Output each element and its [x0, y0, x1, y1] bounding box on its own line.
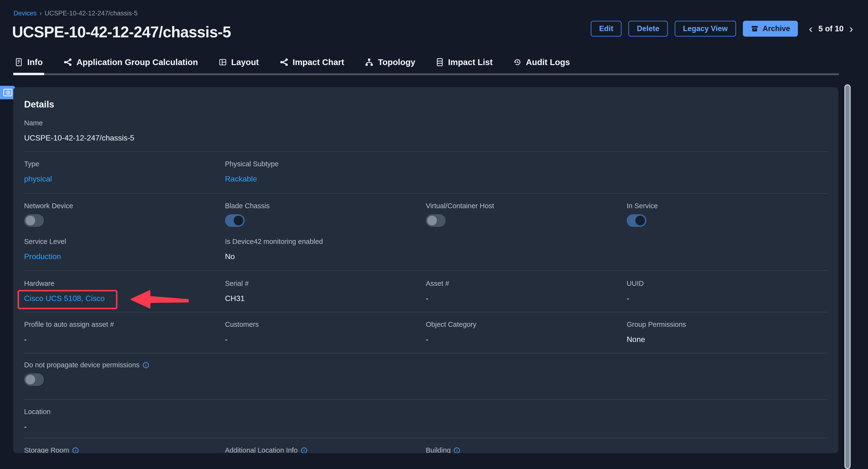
building-label-text: Building — [426, 446, 451, 453]
info-icon[interactable] — [301, 447, 307, 454]
field-building: Building — [426, 446, 627, 453]
document-icon — [15, 58, 23, 66]
divider — [24, 353, 828, 353]
share-icon — [280, 58, 288, 66]
field-name: Name UCSPE-10-42-12-247/chassis-5 — [24, 119, 828, 143]
pager: ‹ 5 of 10 › — [808, 23, 854, 34]
breadcrumb-devices-link[interactable]: Devices — [13, 10, 37, 17]
service-level-label: Service Level — [24, 238, 66, 246]
field-object-category: Object Category - — [426, 320, 627, 344]
field-profile: Profile to auto assign asset # - — [24, 320, 225, 344]
row-service-level: Service Level Production Is Device42 mon… — [24, 238, 828, 261]
serial-label: Serial # — [225, 280, 249, 287]
network-device-label: Network Device — [24, 202, 73, 210]
row-location-details: Storage Room Additional Location Info Bu… — [24, 446, 828, 453]
tab-topology[interactable]: Topology — [363, 57, 416, 73]
list-icon — [3, 89, 12, 97]
profile-value: - — [24, 335, 27, 344]
details-card: Details Name UCSPE-10-42-12-247/chassis-… — [13, 87, 838, 453]
breadcrumb: Devices › UCSPE-10-42-12-247/chassis-5 — [13, 10, 138, 17]
monitoring-value: No — [225, 252, 235, 261]
blade-chassis-label: Blade Chassis — [225, 202, 270, 210]
field-service-level: Service Level Production — [24, 238, 225, 261]
field-group-permissions: Group Permissions None — [627, 320, 828, 344]
field-propagate: Do not propagate device permissions — [24, 361, 426, 386]
archive-icon — [751, 25, 759, 33]
asset-value: - — [426, 294, 429, 303]
info-icon[interactable] — [72, 447, 79, 454]
customers-value: - — [225, 335, 227, 344]
field-monitoring: Is Device42 monitoring enabled No — [225, 238, 426, 261]
delete-button[interactable]: Delete — [628, 21, 668, 37]
prev-page-chevron[interactable]: ‹ — [808, 23, 813, 34]
physical-subtype-label: Physical Subtype — [225, 160, 278, 168]
storage-room-label-text: Storage Room — [24, 446, 69, 453]
tab-topology-label: Topology — [378, 57, 415, 67]
rows-icon — [436, 58, 444, 66]
row-toggles: Network Device Blade Chassis Virtual/Con… — [24, 202, 828, 227]
info-icon[interactable] — [143, 362, 149, 369]
virtual-container-host-toggle[interactable] — [426, 214, 445, 227]
row-name: Name UCSPE-10-42-12-247/chassis-5 — [24, 119, 828, 143]
share-icon — [63, 58, 72, 66]
type-value-link[interactable]: physical — [24, 175, 52, 183]
tab-audit-logs[interactable]: Audit Logs — [512, 57, 571, 73]
field-physical-subtype: Physical Subtype Rackable — [225, 160, 426, 183]
archive-button[interactable]: Archive — [743, 21, 798, 37]
field-storage-room: Storage Room — [24, 446, 225, 453]
asset-label: Asset # — [426, 280, 449, 287]
field-customers: Customers - — [225, 320, 426, 344]
row-type: Type physical Physical Subtype Rackable — [24, 160, 828, 183]
name-value: UCSPE-10-42-12-247/chassis-5 — [24, 133, 134, 143]
info-icon[interactable] — [454, 447, 460, 454]
hardware-value-link[interactable]: Cisco UCS 5108, Cisco — [24, 294, 105, 303]
details-heading: Details — [24, 99, 54, 110]
page-title: UCSPE-10-42-12-247/chassis-5 — [12, 23, 231, 41]
tab-impact-list-label: Impact List — [448, 57, 493, 67]
virtual-container-host-label: Virtual/Container Host — [426, 202, 494, 210]
vertical-scrollbar[interactable] — [844, 84, 850, 469]
field-type: Type physical — [24, 160, 225, 183]
legacy-view-button[interactable]: Legacy View — [675, 21, 736, 37]
tab-info[interactable]: Info — [13, 57, 44, 73]
object-category-label: Object Category — [426, 320, 476, 329]
tab-audit-logs-label: Audit Logs — [526, 57, 570, 67]
next-page-chevron[interactable]: › — [848, 23, 854, 34]
row-location: Location - — [24, 408, 828, 431]
in-service-toggle[interactable] — [627, 214, 646, 227]
tab-impact-chart[interactable]: Impact Chart — [278, 57, 346, 73]
service-level-value-link[interactable]: Production — [24, 252, 61, 261]
storage-room-label: Storage Room — [24, 446, 79, 453]
tab-info-label: Info — [27, 57, 43, 67]
row-profile: Profile to auto assign asset # - Custome… — [24, 320, 828, 344]
field-virtual-container-host: Virtual/Container Host — [426, 202, 627, 227]
field-asset: Asset # - — [426, 280, 627, 303]
tab-layout-label: Layout — [231, 57, 259, 67]
toolbar: Edit Delete Legacy View Archive ‹ 5 of 1… — [591, 21, 854, 37]
tab-layout[interactable]: Layout — [217, 57, 260, 73]
uuid-label: UUID — [627, 280, 644, 287]
history-icon — [513, 58, 522, 66]
row-hardware: Hardware Cisco UCS 5108, Cisco Serial # … — [24, 280, 828, 303]
tab-application-group-calculation[interactable]: Application Group Calculation — [62, 57, 199, 73]
network-device-toggle[interactable] — [24, 214, 44, 227]
field-network-device: Network Device — [24, 202, 225, 227]
tab-impact-list[interactable]: Impact List — [434, 57, 494, 73]
propagate-toggle[interactable] — [24, 373, 44, 386]
edit-button[interactable]: Edit — [591, 21, 622, 37]
field-location: Location - — [24, 408, 225, 431]
field-uuid: UUID - — [627, 280, 828, 303]
layout-icon — [219, 58, 227, 66]
field-hardware: Hardware Cisco UCS 5108, Cisco — [24, 280, 225, 303]
field-serial: Serial # CH31 — [225, 280, 426, 303]
in-service-label: In Service — [627, 202, 658, 210]
group-permissions-label: Group Permissions — [627, 320, 686, 329]
breadcrumb-separator: › — [39, 10, 42, 17]
blade-chassis-toggle[interactable] — [225, 214, 245, 227]
tab-impact-chart-label: Impact Chart — [293, 57, 344, 67]
field-blade-chassis: Blade Chassis — [225, 202, 426, 227]
physical-subtype-value-link[interactable]: Rackable — [225, 175, 257, 183]
location-value: - — [24, 422, 27, 431]
breadcrumb-current: UCSPE-10-42-12-247/chassis-5 — [44, 10, 138, 17]
field-in-service: In Service — [627, 202, 828, 227]
